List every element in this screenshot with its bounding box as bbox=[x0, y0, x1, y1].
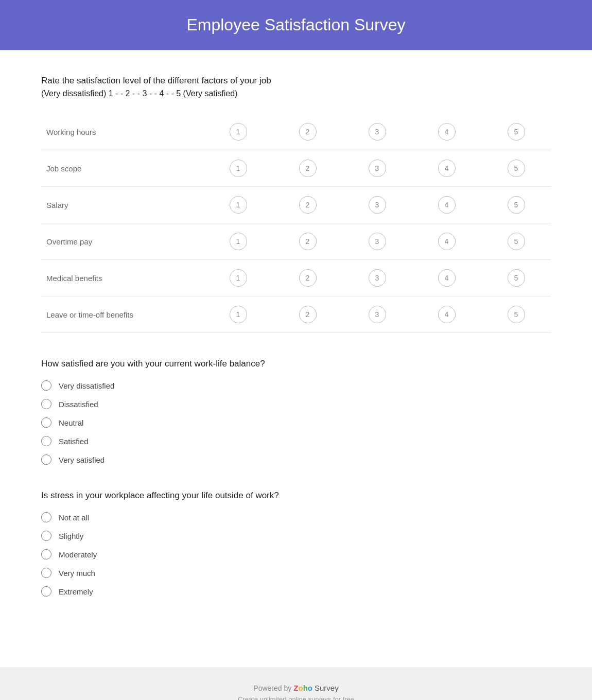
rating-cell: 1 bbox=[203, 114, 273, 150]
stress-option[interactable]: Very much bbox=[41, 568, 551, 578]
section-rating: Rate the satisfaction level of the diffe… bbox=[41, 76, 551, 333]
rating-cell: 2 bbox=[273, 223, 342, 260]
table-row: Salary12345 bbox=[41, 187, 551, 223]
rating-cell: 5 bbox=[481, 187, 551, 223]
worklife-option[interactable]: Dissatisfied bbox=[41, 399, 551, 409]
rating-cell: 5 bbox=[481, 223, 551, 260]
worklife-radio[interactable] bbox=[41, 454, 51, 465]
worklife-radio[interactable] bbox=[41, 399, 51, 409]
rating-circle-5[interactable]: 5 bbox=[508, 306, 525, 323]
rating-circle-1[interactable]: 1 bbox=[230, 269, 247, 287]
stress-question: Is stress in your workplace affecting yo… bbox=[41, 491, 551, 501]
rating-circle-2[interactable]: 2 bbox=[299, 196, 317, 214]
rating-circle-4[interactable]: 4 bbox=[438, 269, 456, 287]
stress-options: Not at allSlightlyModeratelyVery muchExt… bbox=[41, 512, 551, 597]
stress-radio[interactable] bbox=[41, 568, 51, 578]
worklife-option-label: Neutral bbox=[59, 418, 83, 427]
rating-circle-3[interactable]: 3 bbox=[369, 306, 386, 323]
brand-suffix: Survey bbox=[315, 684, 339, 692]
rating-cell: 5 bbox=[481, 296, 551, 333]
worklife-option[interactable]: Very satisfied bbox=[41, 454, 551, 465]
table-row: Working hours12345 bbox=[41, 114, 551, 150]
stress-option-label: Slightly bbox=[59, 532, 83, 540]
rating-circle-5[interactable]: 5 bbox=[508, 269, 525, 287]
section-stress: Is stress in your workplace affecting yo… bbox=[41, 491, 551, 597]
rating-cell: 3 bbox=[342, 296, 412, 333]
worklife-option[interactable]: Neutral bbox=[41, 417, 551, 428]
rating-circle-4[interactable]: 4 bbox=[438, 160, 456, 177]
worklife-option-label: Satisfied bbox=[59, 437, 89, 446]
rating-circle-1[interactable]: 1 bbox=[230, 306, 247, 323]
survey-footer: Powered by Zoho Survey Create unlimited … bbox=[0, 668, 592, 700]
rating-circle-4[interactable]: 4 bbox=[438, 196, 456, 214]
powered-by-text: Powered by bbox=[253, 684, 291, 692]
footer-sub: Create unlimited online surveys for free bbox=[10, 695, 582, 700]
rating-circle-1[interactable]: 1 bbox=[230, 196, 247, 214]
worklife-option[interactable]: Very dissatisfied bbox=[41, 380, 551, 391]
row-label: Medical benefits bbox=[41, 260, 203, 296]
rating-cell: 2 bbox=[273, 296, 342, 333]
rating-circle-4[interactable]: 4 bbox=[438, 306, 456, 323]
row-label: Leave or time-off benefits bbox=[41, 296, 203, 333]
rating-circle-2[interactable]: 2 bbox=[299, 306, 317, 323]
rating-circle-1[interactable]: 1 bbox=[230, 160, 247, 177]
section-rating-title: Rate the satisfaction level of the diffe… bbox=[41, 76, 551, 86]
rating-circle-2[interactable]: 2 bbox=[299, 123, 317, 141]
rating-cell: 1 bbox=[203, 223, 273, 260]
rating-cell: 5 bbox=[481, 260, 551, 296]
rating-circle-3[interactable]: 3 bbox=[369, 196, 386, 214]
stress-option[interactable]: Slightly bbox=[41, 531, 551, 541]
rating-cell: 3 bbox=[342, 150, 412, 187]
row-label: Salary bbox=[41, 187, 203, 223]
rating-circle-3[interactable]: 3 bbox=[369, 233, 386, 250]
rating-circle-3[interactable]: 3 bbox=[369, 123, 386, 141]
rating-cell: 4 bbox=[412, 150, 481, 187]
rating-cell: 2 bbox=[273, 260, 342, 296]
stress-radio[interactable] bbox=[41, 586, 51, 597]
rating-circle-1[interactable]: 1 bbox=[230, 233, 247, 250]
stress-radio[interactable] bbox=[41, 512, 51, 522]
rating-cell: 2 bbox=[273, 150, 342, 187]
rating-circle-4[interactable]: 4 bbox=[438, 123, 456, 141]
worklife-question: How satisfied are you with your current … bbox=[41, 359, 551, 369]
worklife-radio[interactable] bbox=[41, 417, 51, 428]
rating-circle-1[interactable]: 1 bbox=[230, 123, 247, 141]
survey-header: Employee Satisfaction Survey bbox=[0, 0, 592, 50]
rating-circle-5[interactable]: 5 bbox=[508, 233, 525, 250]
worklife-radio[interactable] bbox=[41, 436, 51, 446]
rating-cell: 3 bbox=[342, 114, 412, 150]
worklife-option-label: Dissatisfied bbox=[59, 400, 98, 409]
rating-cell: 1 bbox=[203, 187, 273, 223]
rating-circle-5[interactable]: 5 bbox=[508, 196, 525, 214]
rating-circle-3[interactable]: 3 bbox=[369, 269, 386, 287]
rating-circle-4[interactable]: 4 bbox=[438, 233, 456, 250]
worklife-radio[interactable] bbox=[41, 380, 51, 391]
rating-cell: 1 bbox=[203, 150, 273, 187]
stress-option[interactable]: Moderately bbox=[41, 549, 551, 559]
worklife-options: Very dissatisfiedDissatisfiedNeutralSati… bbox=[41, 380, 551, 465]
rating-cell: 3 bbox=[342, 187, 412, 223]
stress-radio[interactable] bbox=[41, 549, 51, 559]
rating-circle-5[interactable]: 5 bbox=[508, 160, 525, 177]
stress-option-label: Moderately bbox=[59, 550, 97, 559]
stress-radio[interactable] bbox=[41, 531, 51, 541]
stress-option[interactable]: Not at all bbox=[41, 512, 551, 522]
rating-cell: 3 bbox=[342, 260, 412, 296]
stress-option[interactable]: Extremely bbox=[41, 586, 551, 597]
rating-circle-2[interactable]: 2 bbox=[299, 160, 317, 177]
rating-circle-5[interactable]: 5 bbox=[508, 123, 525, 141]
rating-circle-2[interactable]: 2 bbox=[299, 269, 317, 287]
rating-cell: 1 bbox=[203, 260, 273, 296]
rating-cell: 5 bbox=[481, 114, 551, 150]
rating-cell: 5 bbox=[481, 150, 551, 187]
worklife-option[interactable]: Satisfied bbox=[41, 436, 551, 446]
stress-option-label: Extremely bbox=[59, 587, 93, 596]
rating-table: Working hours12345Job scope12345Salary12… bbox=[41, 114, 551, 333]
rating-circle-2[interactable]: 2 bbox=[299, 233, 317, 250]
rating-cell: 2 bbox=[273, 114, 342, 150]
rating-cell: 3 bbox=[342, 223, 412, 260]
zoho-logo: Zoho bbox=[293, 684, 312, 692]
rating-circle-3[interactable]: 3 bbox=[369, 160, 386, 177]
stress-option-label: Not at all bbox=[59, 513, 89, 522]
rating-cell: 4 bbox=[412, 114, 481, 150]
